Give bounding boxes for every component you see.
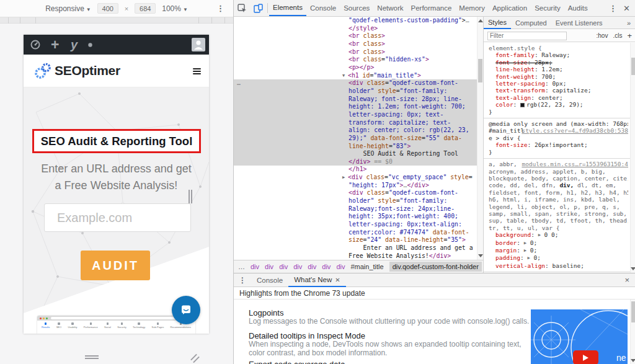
audit-button[interactable]: AUDIT [81,251,150,280]
media-query-strip[interactable] [0,17,233,24]
video-thumbnail[interactable]: ne [531,309,628,364]
resize-handle-bottom[interactable] [85,358,99,359]
stylesheet-link[interactable]: style.css?ver=4…fd9ad38cb0:538 [522,127,628,134]
url-input[interactable] [44,203,191,232]
breadcrumb-item[interactable]: div [336,263,345,270]
hidden-elements-marker[interactable]: … [237,79,241,87]
code-line[interactable]: letter-spacing: 0px; text- [234,111,477,119]
code-line[interactable]: ▶<div class="vc_empty_space" style= [234,174,477,182]
tab-computed[interactable]: Computed [511,17,551,29]
code-line[interactable]: align: center; color: rgb(22, 23, [234,127,477,135]
code-line[interactable]: </div> == $0 [234,158,477,166]
code-line[interactable]: ▼<h1 id="main_title"> [234,72,477,80]
new-content-plus-icon[interactable]: + [51,35,59,55]
inspect-element-icon[interactable] [234,0,250,16]
tab-sources[interactable]: Sources [340,0,373,16]
code-line[interactable]: <br class> [234,40,477,48]
styles-filter-input[interactable] [487,32,567,40]
resize-handle-right[interactable] [189,190,190,203]
css-rule[interactable]: modules.min.css…r=1553963150:4a, abbr,ac… [484,159,631,272]
whats-new-item-title[interactable]: Detailed tooltips in Inspect Mode [249,331,365,340]
youtube-play-button[interactable] [573,350,598,364]
tab-security[interactable]: Security [531,0,564,16]
toggle-device-toolbar-icon[interactable] [250,0,266,16]
yoast-seo-icon[interactable]: y [71,35,78,55]
code-line[interactable]: "height: 17px">…</div> [234,182,477,190]
code-line[interactable]: </h1> [234,166,477,174]
whats-new-item-title[interactable]: Logpoints [249,308,283,317]
tab-console[interactable]: Console [251,273,288,287]
breadcrumb-item[interactable]: div.qodef-custom-font-holder [389,262,482,272]
brand-name[interactable]: SEOptimer [55,63,120,78]
toggle-hover-state-button[interactable]: :hov [597,32,608,39]
code-line[interactable]: line-height="83"> [234,143,477,151]
breadcrumb-item[interactable]: div [265,263,273,270]
resize-handle-bottom[interactable] [85,355,99,357]
scrollbar-thumb[interactable] [631,301,635,322]
breadcrumb-item[interactable]: div [308,263,316,270]
device-toolbar-menu-icon[interactable]: ⋮ [216,4,224,13]
devtools-close-icon[interactable]: ✕ [623,4,630,13]
code-line[interactable]: <br class> [234,48,477,56]
tab-application[interactable]: Application [489,0,531,16]
color-swatch[interactable] [520,103,525,107]
new-style-rule-icon[interactable]: + [627,31,632,40]
hamburger-menu-icon[interactable] [193,68,201,76]
tab-elements[interactable]: Elements [269,0,306,16]
scroll-down-icon[interactable] [478,254,483,257]
tab-memory[interactable]: Memory [455,0,489,16]
drawer-scrollbar[interactable] [630,300,635,364]
device-type-select[interactable]: Responsive▼ [45,4,91,13]
elements-scrollbar[interactable] [477,17,483,260]
code-line[interactable]: Raleway;font-size: 24px;line- [234,205,477,213]
expand-arrow-icon[interactable]: ▼ [342,72,348,80]
devtools-menu-icon[interactable]: ⋮ [609,4,617,13]
css-rule[interactable]: @media only screen and (max-width: 768px… [484,118,631,159]
tab-whats-new[interactable]: What's New✕ [288,273,345,287]
drawer-menu-icon[interactable]: ⋮ [234,276,251,285]
code-line[interactable]: transform: capitalize; text- [234,119,477,127]
breadcrumb-item[interactable]: div [251,263,259,270]
code-line[interactable]: height: 1.2em; font-weight: 700; [234,103,477,111]
expand-arrow-icon[interactable]: ▶ [342,174,348,182]
code-line[interactable]: </style> [234,25,477,33]
drawer-close-icon[interactable]: × [624,275,635,285]
tab-performance[interactable]: Performance [407,0,456,16]
chat-widget-button[interactable] [172,296,200,324]
more-tabs-icon[interactable]: » [627,19,635,27]
breadcrumb-item[interactable]: div [322,263,331,270]
tab-audits[interactable]: Audits [564,0,592,16]
code-line[interactable]: 29);" data-font-size="55" data- [234,135,477,143]
viewport-width-input[interactable] [97,3,118,14]
code-line[interactable]: <br class> [234,32,477,40]
breadcrumb-item[interactable]: div [293,263,302,270]
code-line[interactable]: holder" style="font-family: [234,197,477,205]
styles-scrollbar[interactable] [630,43,635,273]
scroll-up-icon[interactable] [478,19,483,22]
avatar[interactable] [192,38,205,51]
code-line[interactable]: <br class="hidden-xs"> [234,56,477,64]
code-line[interactable]: Free Website Analysis!</div> [234,252,477,260]
scroll-down-icon[interactable] [631,267,635,270]
zoom-select[interactable]: 100%▼ [162,4,188,13]
tab-console[interactable]: Console [306,0,340,16]
gauge-icon[interactable] [30,35,41,55]
viewport-height-input[interactable] [135,3,156,14]
tab-network[interactable]: Network [373,0,407,16]
code-line[interactable]: center;color: #747474" data-font- [234,229,477,237]
code-line[interactable]: <p></p> [234,64,477,72]
code-line[interactable]: Enter an URL address and get a [234,244,477,252]
code-line[interactable]: holder" style="font-family: [234,87,477,95]
code-line[interactable]: <div class="qodef-custom-font- [234,189,477,197]
code-line[interactable]: height: 35px;font-weight: 400; [234,213,477,221]
close-whats-new-tab-icon[interactable]: ✕ [335,277,340,283]
scrollbar-thumb[interactable] [631,58,635,75]
toggle-classes-button[interactable]: .cls [613,32,622,39]
code-line[interactable]: …<div class="qodef-custom-font- [234,79,477,87]
resize-handle-right[interactable] [191,190,192,203]
css-rule[interactable]: element.style {font-family: Raleway;font… [484,43,631,118]
scroll-down-icon[interactable] [631,359,635,362]
whats-new-item-title[interactable]: Export code coverage data [249,360,345,364]
seoptimer-logo-icon[interactable] [33,61,52,82]
code-line[interactable]: Raleway; font-size: 28px; line- [234,95,477,104]
